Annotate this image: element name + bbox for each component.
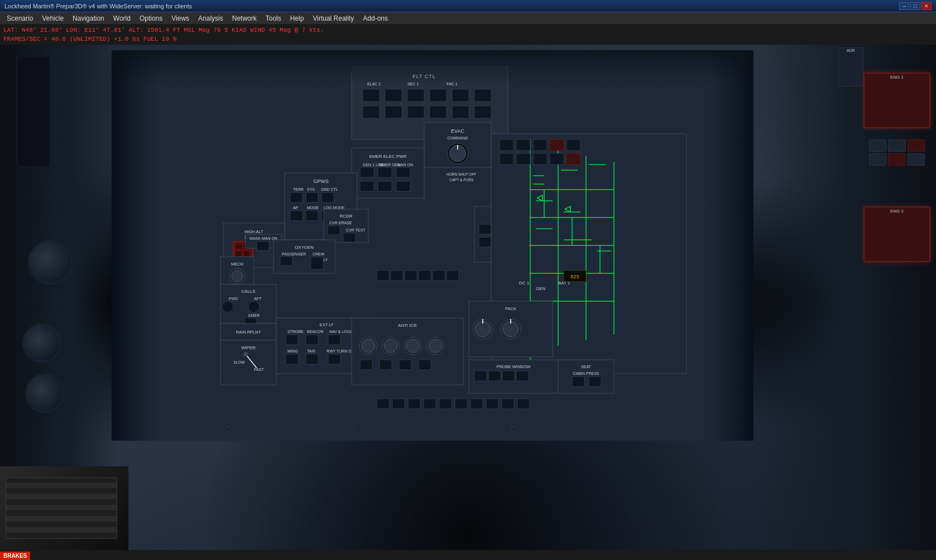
svg-rect-195: [447, 271, 459, 281]
svg-rect-49: [306, 211, 318, 221]
svg-point-174: [475, 321, 491, 337]
main-viewport[interactable]: ENG 1 ENG 2 ADR FLT CTL: [0, 45, 936, 560]
svg-rect-189: [589, 376, 601, 387]
svg-point-116: [406, 339, 420, 353]
svg-rect-35: [378, 181, 392, 191]
svg-text:CVR TEST: CVR TEST: [346, 228, 366, 232]
menu-options[interactable]: Options: [135, 13, 167, 23]
maximize-button[interactable]: □: [910, 2, 920, 10]
svg-rect-182: [488, 371, 501, 381]
svg-rect-12: [363, 106, 380, 118]
svg-rect-165: [567, 139, 580, 151]
svg-rect-197: [392, 399, 405, 409]
svg-text:GND CTL: GND CTL: [321, 187, 338, 191]
svg-text:RCDR: RCDR: [339, 214, 352, 219]
title-bar: Lockheed Martin® Prepar3D® v4 with WideS…: [0, 0, 936, 12]
svg-rect-42: [290, 192, 303, 202]
menu-views[interactable]: Views: [167, 13, 194, 23]
svg-rect-63: [236, 251, 242, 257]
svg-rect-193: [419, 271, 431, 281]
svg-text:FAST: FAST: [254, 368, 264, 371]
svg-rect-31: [378, 167, 392, 177]
svg-rect-55: [328, 226, 340, 235]
svg-text:SYS: SYS: [307, 187, 315, 191]
svg-text:MODE: MODE: [307, 206, 319, 210]
svg-text:AP: AP: [293, 206, 299, 210]
svg-rect-36: [396, 181, 410, 191]
svg-rect-104: [286, 354, 298, 364]
svg-text:PASSENGER: PASSENGER: [282, 252, 306, 256]
svg-point-114: [384, 339, 397, 353]
svg-text:CALLS: CALLS: [241, 289, 255, 294]
menu-help[interactable]: Help: [286, 13, 309, 23]
svg-rect-183: [502, 371, 515, 381]
window-controls: ─ □ ✕: [899, 2, 932, 10]
menu-analysis[interactable]: Analysis: [194, 13, 228, 23]
svg-point-211: [349, 427, 354, 432]
svg-rect-106: [306, 354, 318, 364]
svg-rect-13: [385, 106, 402, 118]
ground-view: [0, 466, 128, 550]
overhead-panel-main: FLT CTL SEC 1 ELAC 1 FAC 1 EVAC COMMA: [112, 50, 753, 441]
svg-text:CABIN PRESS: CABIN PRESS: [573, 371, 599, 375]
svg-text:HORN SHUT OFF: HORN SHUT OFF: [447, 172, 476, 176]
close-button[interactable]: ✕: [921, 2, 932, 10]
svg-text:NAV & LOGO: NAV & LOGO: [329, 330, 353, 334]
svg-rect-170: [567, 153, 580, 165]
svg-rect-61: [236, 244, 242, 249]
svg-text:BEACON: BEACON: [307, 330, 324, 334]
svg-point-112: [362, 339, 375, 353]
svg-text:AFT: AFT: [254, 297, 262, 301]
svg-text:EVAC: EVAC: [451, 128, 464, 134]
svg-text:CAPT & PURS: CAPT & PURS: [449, 178, 474, 182]
menu-network[interactable]: Network: [228, 13, 261, 23]
svg-text:OXYGEN: OXYGEN: [295, 245, 314, 250]
svg-text:825: 825: [570, 274, 579, 280]
svg-text:MASK MAN ON: MASK MAN ON: [249, 236, 277, 240]
svg-rect-122: [419, 360, 431, 370]
svg-point-84: [248, 301, 260, 312]
svg-rect-190: [377, 271, 389, 281]
menu-addons[interactable]: Add-ons: [358, 13, 392, 23]
menu-tools[interactable]: Tools: [261, 13, 286, 23]
menu-vr[interactable]: Virtual Reality: [308, 13, 358, 23]
svg-rect-15: [430, 106, 447, 118]
svg-text:SEAT: SEAT: [581, 365, 591, 369]
svg-point-83: [222, 301, 233, 312]
svg-text:SLOW: SLOW: [233, 360, 245, 364]
svg-rect-164: [550, 139, 564, 151]
svg-rect-215: [112, 50, 156, 441]
svg-text:WIPER: WIPER: [241, 345, 256, 350]
svg-rect-67: [257, 242, 269, 250]
status-bar: LAT: N48° 21.08' LON: E11° 47.01' ALT: 1…: [0, 25, 936, 45]
svg-text:PACK: PACK: [505, 306, 516, 311]
svg-text:TERR: TERR: [293, 187, 304, 191]
svg-rect-199: [424, 399, 436, 409]
svg-rect-201: [455, 399, 467, 409]
window-title: Lockheed Martin® Prepar3D® v4 with WideS…: [4, 3, 192, 9]
brakes-status: BRAKES: [0, 552, 30, 560]
menu-navigation[interactable]: Navigation: [68, 13, 109, 23]
svg-rect-191: [391, 271, 403, 281]
svg-text:WING: WING: [287, 349, 298, 353]
minimize-button[interactable]: ─: [899, 2, 909, 10]
svg-rect-194: [433, 271, 445, 281]
svg-text:CREW: CREW: [313, 252, 325, 256]
svg-rect-181: [474, 371, 487, 381]
svg-rect-73: [280, 257, 292, 265]
svg-rect-11: [474, 89, 491, 102]
menu-vehicle[interactable]: Vehicle: [37, 13, 68, 23]
svg-rect-74: [311, 257, 323, 269]
svg-rect-14: [407, 106, 424, 118]
svg-rect-16: [452, 106, 469, 118]
svg-rect-43: [306, 192, 318, 202]
svg-rect-119: [360, 360, 372, 370]
svg-text:DC 1: DC 1: [519, 281, 530, 286]
menu-scenario[interactable]: Scenario: [2, 13, 37, 23]
svg-rect-202: [471, 399, 483, 409]
svg-text:HIGH ALT: HIGH ALT: [244, 229, 263, 234]
svg-rect-101: [306, 335, 318, 345]
menu-world[interactable]: World: [109, 13, 135, 23]
svg-text:ANTI ICE: ANTI ICE: [398, 323, 417, 328]
svg-text:MECH: MECH: [231, 262, 243, 267]
